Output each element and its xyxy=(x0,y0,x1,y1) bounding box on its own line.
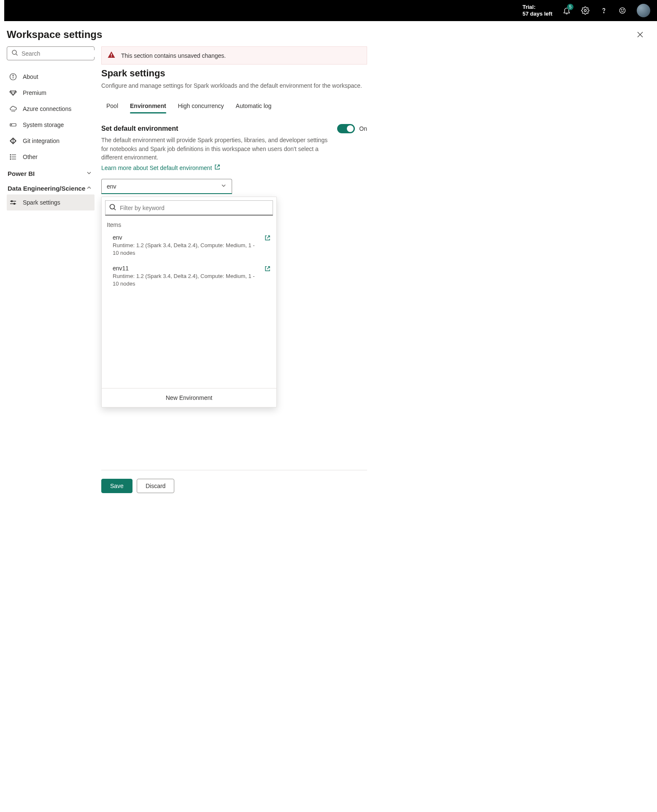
sidebar-item-git[interactable]: Git integration xyxy=(7,133,95,149)
info-icon xyxy=(9,73,17,81)
svg-point-14 xyxy=(10,156,11,157)
sidebar-item-label: Spark settings xyxy=(23,199,60,206)
trial-label: Trial: xyxy=(522,4,552,11)
tab-high-concurrency[interactable]: High concurrency xyxy=(178,99,224,113)
dropdown-filter[interactable] xyxy=(105,200,273,216)
chevron-down-icon xyxy=(221,183,227,190)
sidebar-item-azure[interactable]: Azure connections xyxy=(7,101,95,117)
environment-combobox[interactable]: env xyxy=(101,179,232,194)
open-external-icon[interactable] xyxy=(265,235,270,242)
svg-point-7 xyxy=(13,75,14,76)
sidebar-section-des[interactable]: Data Engineering/Science xyxy=(7,180,95,194)
svg-rect-18 xyxy=(111,54,112,56)
sidebar-search[interactable] xyxy=(7,46,95,60)
sidebar-item-label: Azure connections xyxy=(23,105,71,112)
save-button[interactable]: Save xyxy=(101,479,132,493)
discard-button[interactable]: Discard xyxy=(137,479,174,493)
sidebar-section-label: Data Engineering/Science xyxy=(8,185,85,192)
dropdown-item-detail: Runtime: 1.2 (Spark 3.4, Delta 2.4), Com… xyxy=(113,242,260,256)
svg-point-13 xyxy=(10,154,11,155)
sidebar-search-input[interactable] xyxy=(22,50,95,57)
sidebar-item-other[interactable]: Other xyxy=(7,149,95,165)
dropdown-item-detail: Runtime: 1.2 (Spark 3.4, Delta 2.4), Com… xyxy=(113,272,260,287)
settings-gear-icon[interactable] xyxy=(581,6,589,15)
sidebar-item-label: Premium xyxy=(23,89,46,96)
sidebar-item-storage[interactable]: System storage xyxy=(7,117,95,133)
warning-icon xyxy=(108,51,115,60)
notifications-icon[interactable]: 5 xyxy=(562,6,571,15)
svg-rect-12 xyxy=(13,140,13,142)
sliders-icon xyxy=(9,199,17,206)
svg-point-0 xyxy=(584,10,587,12)
search-icon xyxy=(109,203,116,212)
cloud-icon xyxy=(9,105,17,113)
user-avatar[interactable] xyxy=(637,4,650,17)
tabs: Pool Environment High concurrency Automa… xyxy=(101,99,367,114)
section-description: The default environment will provide Spa… xyxy=(101,136,329,162)
sidebar-item-label: About xyxy=(23,73,38,80)
unsaved-changes-alert: This section contains unsaved changes. xyxy=(101,46,367,65)
dropdown-item-name: env11 xyxy=(113,265,260,272)
dropdown-items: env Runtime: 1.2 (Spark 3.4, Delta 2.4),… xyxy=(102,230,276,388)
sidebar-item-premium[interactable]: Premium xyxy=(7,85,95,101)
svg-point-17 xyxy=(14,203,15,204)
tab-environment[interactable]: Environment xyxy=(130,99,166,113)
chevron-down-icon xyxy=(86,170,92,177)
sidebar-section-label: Power BI xyxy=(8,170,35,177)
section-title: Set default environment xyxy=(101,125,178,132)
external-link-icon xyxy=(214,164,220,171)
sidebar-section-powerbi[interactable]: Power BI xyxy=(7,165,95,180)
toggle-label: On xyxy=(359,125,367,132)
notifications-badge: 5 xyxy=(567,4,573,10)
svg-point-15 xyxy=(10,159,11,159)
open-external-icon[interactable] xyxy=(265,266,270,273)
chevron-up-icon xyxy=(86,185,92,192)
svg-point-5 xyxy=(12,50,16,54)
svg-point-3 xyxy=(621,10,622,10)
dropdown-items-label: Items xyxy=(102,219,276,230)
trial-status[interactable]: Trial: 57 days left xyxy=(522,4,552,17)
learn-more-link[interactable]: Learn more about Set default environment xyxy=(101,164,220,171)
dropdown-item[interactable]: env Runtime: 1.2 (Spark 3.4, Delta 2.4),… xyxy=(102,230,276,261)
tab-pool[interactable]: Pool xyxy=(106,99,118,113)
default-env-toggle[interactable] xyxy=(337,124,355,133)
main-subtitle: Configure and manage settings for Spark … xyxy=(101,81,367,90)
dropdown-item[interactable]: env11 Runtime: 1.2 (Spark 3.4, Delta 2.4… xyxy=(102,261,276,291)
global-header: Trial: 57 days left 5 xyxy=(0,0,657,21)
help-icon[interactable] xyxy=(600,6,608,15)
close-button[interactable] xyxy=(633,28,647,41)
dropdown-filter-input[interactable] xyxy=(120,205,269,211)
divider xyxy=(101,470,367,470)
svg-rect-19 xyxy=(111,57,112,57)
search-icon xyxy=(11,49,18,57)
main-heading: Spark settings xyxy=(101,68,367,79)
dropdown-item-name: env xyxy=(113,234,260,241)
environment-dropdown: Items env Runtime: 1.2 (Spark 3.4, Delta… xyxy=(101,197,277,407)
storage-icon xyxy=(9,121,17,129)
svg-point-20 xyxy=(110,205,115,209)
main-content: This section contains unsaved changes. S… xyxy=(101,46,367,493)
sidebar-item-label: System storage xyxy=(23,121,64,128)
git-icon xyxy=(9,137,17,145)
diamond-icon xyxy=(9,89,17,97)
list-icon xyxy=(9,153,17,161)
learn-more-text: Learn more about Set default environment xyxy=(101,165,212,171)
sidebar-item-label: Other xyxy=(23,154,38,160)
new-environment-button[interactable]: New Environment xyxy=(102,388,276,407)
trial-days: 57 days left xyxy=(522,11,552,17)
svg-point-2 xyxy=(619,8,625,13)
feedback-icon[interactable] xyxy=(618,6,627,15)
alert-text: This section contains unsaved changes. xyxy=(121,52,226,59)
svg-point-16 xyxy=(11,200,12,202)
page-title: Workspace settings xyxy=(7,29,102,40)
sidebar-item-label: Git integration xyxy=(23,138,59,144)
settings-sidebar: About Premium Azure connections System s… xyxy=(7,46,95,493)
combobox-value: env xyxy=(107,183,116,190)
tab-automatic-log[interactable]: Automatic log xyxy=(236,99,272,113)
svg-point-4 xyxy=(623,10,623,10)
app-launcher-stub xyxy=(0,0,4,21)
sidebar-item-spark-settings[interactable]: Spark settings xyxy=(7,194,95,210)
svg-point-1 xyxy=(603,12,604,13)
svg-point-9 xyxy=(11,124,12,125)
sidebar-item-about[interactable]: About xyxy=(7,69,95,85)
